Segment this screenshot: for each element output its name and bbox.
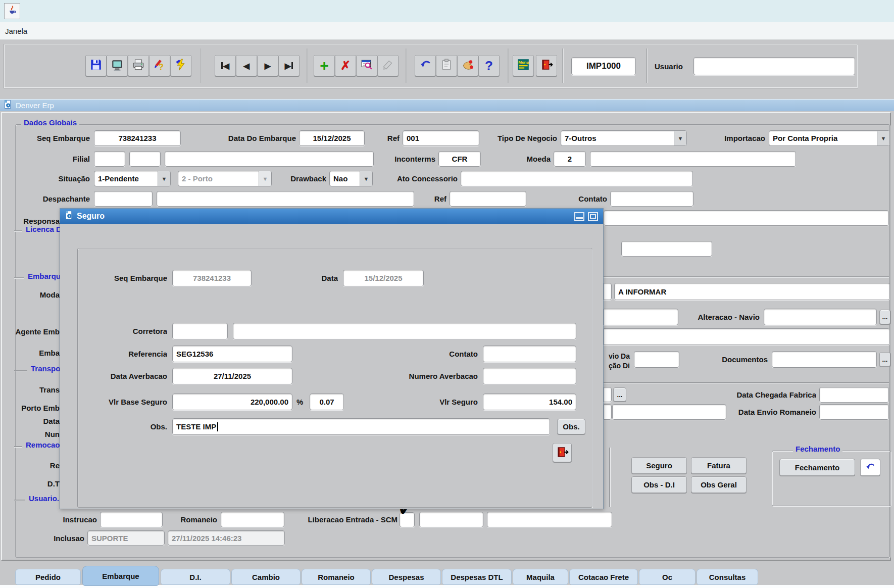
moeda-field[interactable]: 2 xyxy=(554,151,586,167)
edit-help-button[interactable]: ? xyxy=(149,55,170,76)
dropdown-arrow-icon[interactable]: ▼ xyxy=(360,171,372,186)
despachante-field[interactable] xyxy=(94,191,153,207)
nav-first-button[interactable]: ◀ xyxy=(215,55,236,76)
liberacao-field-1[interactable] xyxy=(419,512,483,527)
data-averbacao-field[interactable]: 27/11/2025 xyxy=(172,368,292,384)
contato-field[interactable] xyxy=(610,191,693,207)
modal-label-fragment: Moda xyxy=(0,288,60,301)
insert-button[interactable]: + xyxy=(314,55,335,76)
undo-button[interactable] xyxy=(415,55,436,76)
save-button[interactable] xyxy=(85,55,107,76)
numero-averbacao-field[interactable] xyxy=(483,368,576,384)
dropdown-arrow-icon[interactable]: ▼ xyxy=(158,171,170,186)
tab-pedido[interactable]: Pedido xyxy=(15,569,81,585)
clear-button[interactable] xyxy=(377,55,399,76)
fechamento-button[interactable]: Fechamento xyxy=(779,459,855,476)
delete-button[interactable]: ✗ xyxy=(335,55,356,76)
licenca-field-fragment[interactable] xyxy=(621,241,712,257)
corretora-nome-field[interactable] xyxy=(233,323,576,339)
filial-descricao-field[interactable] xyxy=(165,151,374,167)
porto-descricao-field[interactable] xyxy=(612,404,726,420)
liberacao-field-2[interactable] xyxy=(487,512,612,527)
seguro-dialog-titlebar[interactable]: Seguro xyxy=(60,209,603,224)
obs-geral-button[interactable]: Obs Geral xyxy=(691,476,747,493)
ato-concessorio-field[interactable] xyxy=(461,171,693,186)
alteracao-navio-lookup-button[interactable]: ... xyxy=(879,310,890,324)
tab-embarque[interactable]: Embarque xyxy=(82,566,159,586)
dropdown-arrow-icon[interactable]: ▼ xyxy=(877,131,889,145)
transportadora-field-fragment[interactable] xyxy=(604,387,612,402)
importacao-select[interactable]: Por Conta Propria▼ xyxy=(769,130,890,146)
dropdown-arrow-icon[interactable]: ▼ xyxy=(674,131,686,145)
agente-embarque-field-fragment[interactable] xyxy=(604,328,890,345)
menu-button[interactable]: Menu xyxy=(513,55,534,76)
obs-di-button[interactable]: Obs - D.I xyxy=(631,476,687,493)
situacao-select[interactable]: 1-Pendente▼ xyxy=(94,171,171,186)
obs-field[interactable]: TESTE IMP xyxy=(172,418,550,435)
percent-field[interactable]: 0.07 xyxy=(310,394,344,410)
query-button[interactable] xyxy=(356,55,377,76)
exit-button[interactable] xyxy=(536,55,557,76)
tab-maquila[interactable]: Maquila xyxy=(513,569,568,585)
navio-nome-field[interactable]: A INFORMAR xyxy=(614,283,890,300)
data-do-embarque-field[interactable]: 15/12/2025 xyxy=(299,130,365,146)
tab-oc[interactable]: Oc xyxy=(639,569,696,585)
documentos-field[interactable] xyxy=(772,351,877,368)
ref-field[interactable]: 001 xyxy=(403,130,479,146)
call-button[interactable] xyxy=(457,55,478,76)
nav-next-button[interactable]: ▶ xyxy=(257,55,278,76)
help-button[interactable]: ? xyxy=(478,55,500,76)
seguro-button[interactable]: Seguro xyxy=(631,457,687,474)
data-envio-romaneio-field[interactable] xyxy=(819,404,889,420)
data-chegada-fabrica-field[interactable] xyxy=(819,387,889,403)
program-code-field[interactable]: IMP1000 xyxy=(571,57,636,75)
reabrir-button[interactable] xyxy=(860,459,880,476)
porto-field-fragment[interactable] xyxy=(604,404,612,420)
instrucao-field[interactable] xyxy=(100,512,163,527)
despachante-ref-field[interactable] xyxy=(450,191,526,207)
tab-cambio[interactable]: Cambio xyxy=(231,569,301,585)
envio-documentacao-field[interactable] xyxy=(634,351,679,368)
minimize-icon[interactable] xyxy=(574,212,584,221)
navio-field-fragment-2[interactable] xyxy=(604,309,678,325)
java-app-button[interactable] xyxy=(4,3,20,19)
tab-despesas-dtl[interactable]: Despesas DTL xyxy=(442,569,512,585)
documentos-lookup-button[interactable]: ... xyxy=(879,352,890,367)
fatura-button[interactable]: Fatura xyxy=(691,457,747,474)
nav-prev-button[interactable]: ◀ xyxy=(236,55,257,76)
run-button[interactable] xyxy=(170,55,191,76)
vlr-base-seguro-field[interactable]: 220,000.00 xyxy=(172,394,292,410)
romaneio-field[interactable] xyxy=(221,512,284,527)
tab-cotacao-frete[interactable]: Cotacao Frete xyxy=(569,569,638,585)
maximize-icon[interactable] xyxy=(588,212,598,221)
navio-field-fragment[interactable] xyxy=(604,283,612,300)
seq-embarque-field[interactable]: 738241233 xyxy=(94,130,181,146)
usuario-input[interactable] xyxy=(693,57,855,75)
inconterms-field[interactable]: CFR xyxy=(438,151,481,167)
group-line xyxy=(604,382,889,383)
obs-button[interactable]: Obs. xyxy=(557,419,585,434)
tab-di[interactable]: D.I. xyxy=(161,569,230,585)
dialog-exit-button[interactable] xyxy=(553,443,572,462)
tab-consultas[interactable]: Consultas xyxy=(697,569,758,585)
nav-last-button[interactable]: ▶ xyxy=(278,55,300,76)
responsavel-field-fragment[interactable] xyxy=(604,210,889,226)
tab-romaneio[interactable]: Romaneio xyxy=(302,569,371,585)
paste-button[interactable] xyxy=(436,55,457,76)
corretora-codigo-field[interactable] xyxy=(172,323,228,339)
despachante-nome-field[interactable] xyxy=(157,191,414,207)
menu-janela[interactable]: Janela xyxy=(5,22,27,39)
referencia-field[interactable]: SEG12536 xyxy=(172,346,292,362)
alteracao-navio-field[interactable] xyxy=(764,309,877,325)
filial-field-2[interactable] xyxy=(129,151,161,167)
filial-field-1[interactable] xyxy=(94,151,125,167)
dialog-contato-field[interactable] xyxy=(483,346,576,362)
vlr-seguro-field[interactable]: 154.00 xyxy=(483,394,576,410)
print-button[interactable] xyxy=(128,55,149,76)
tipo-de-negocio-select[interactable]: 7-Outros▼ xyxy=(561,130,687,146)
tab-despesas[interactable]: Despesas xyxy=(372,569,441,585)
drawback-select[interactable]: Nao▼ xyxy=(329,171,373,186)
transportadora-lookup-button[interactable]: ... xyxy=(613,387,626,402)
moeda-descricao-field[interactable] xyxy=(590,151,796,167)
screen-button[interactable] xyxy=(107,55,128,76)
